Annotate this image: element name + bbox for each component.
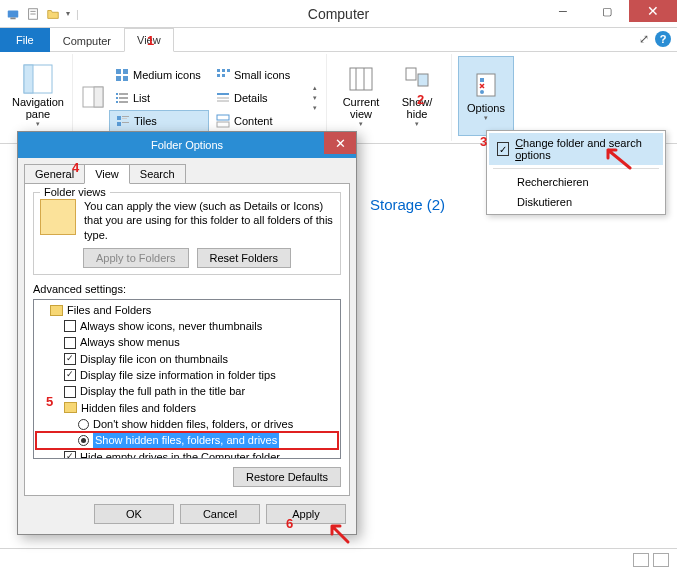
change-folder-options-item[interactable]: ✓ Change folder and search options bbox=[489, 133, 663, 165]
svg-rect-11 bbox=[116, 76, 121, 81]
callout-4: 4 bbox=[72, 160, 79, 175]
tab-search[interactable]: Search bbox=[129, 164, 186, 183]
medium-icons-icon bbox=[115, 68, 129, 82]
callout-1: 1 bbox=[147, 33, 154, 48]
restore-defaults-button[interactable]: Restore Defaults bbox=[233, 467, 341, 487]
layout-medium-icons[interactable]: Medium icons bbox=[109, 64, 209, 86]
tree-full-path[interactable]: Display the full path in the title bar bbox=[36, 383, 338, 399]
tree-always-menus[interactable]: Always show menus bbox=[36, 334, 338, 350]
apply-button[interactable]: Apply bbox=[266, 504, 346, 524]
layout-details[interactable]: Details bbox=[210, 87, 310, 109]
svg-rect-17 bbox=[222, 74, 225, 77]
radio[interactable] bbox=[78, 435, 89, 446]
arrow-icon bbox=[328, 522, 352, 546]
reset-folders-button[interactable]: Reset Folders bbox=[197, 248, 291, 268]
checkbox[interactable] bbox=[64, 337, 76, 349]
dialog-title: Folder Options bbox=[151, 139, 223, 151]
folder-views-text: You can apply the view (such as Details … bbox=[84, 199, 334, 242]
tree-display-icon-thumb[interactable]: ✓Display file icon on thumbnails bbox=[36, 351, 338, 367]
tree-dont-show-hidden[interactable]: Don't show hidden files, folders, or dri… bbox=[36, 416, 338, 432]
svg-rect-33 bbox=[217, 122, 229, 127]
tree-show-hidden[interactable]: Show hidden files, folders, and drives bbox=[36, 432, 338, 448]
minimize-ribbon-icon[interactable]: ⤢ bbox=[639, 32, 649, 46]
folder-icon[interactable] bbox=[46, 7, 60, 21]
change-folder-options-label: Change folder and search options bbox=[515, 137, 655, 161]
help-icon[interactable]: ? bbox=[655, 31, 671, 47]
tree-display-size[interactable]: ✓Display file size information in folder… bbox=[36, 367, 338, 383]
folder-views-icon bbox=[40, 199, 76, 235]
menu-separator bbox=[493, 168, 659, 169]
layout-scroll-down[interactable]: ▾ bbox=[310, 94, 320, 102]
svg-rect-10 bbox=[123, 69, 128, 74]
svg-rect-19 bbox=[119, 93, 128, 95]
details-view-icon[interactable] bbox=[633, 553, 649, 567]
layout-scroll-up[interactable]: ▴ bbox=[310, 84, 320, 92]
current-view-label: Current view bbox=[335, 96, 387, 120]
radio[interactable] bbox=[78, 419, 89, 430]
window-title: Computer bbox=[308, 6, 369, 22]
options-button[interactable]: Options ▾ bbox=[458, 56, 514, 136]
layout-expand[interactable]: ▾ bbox=[310, 104, 320, 112]
cancel-button[interactable]: Cancel bbox=[180, 504, 260, 524]
svg-rect-28 bbox=[122, 116, 129, 117]
advanced-settings-tree[interactable]: Files and Folders Always show icons, nev… bbox=[33, 299, 341, 459]
checkbox-icon: ✓ bbox=[497, 142, 509, 156]
recherchieren-item[interactable]: Recherchieren bbox=[489, 172, 663, 192]
svg-rect-16 bbox=[217, 74, 220, 77]
navigation-pane-label: Navigation pane bbox=[12, 96, 64, 120]
svg-rect-13 bbox=[217, 69, 220, 72]
callout-2: 2 bbox=[417, 92, 424, 107]
svg-rect-12 bbox=[123, 76, 128, 81]
preview-pane-button[interactable] bbox=[79, 63, 107, 133]
svg-rect-29 bbox=[122, 118, 127, 119]
tree-always-icons[interactable]: Always show icons, never thumbnails bbox=[36, 318, 338, 334]
checkbox[interactable]: ✓ bbox=[64, 369, 76, 381]
current-view-button[interactable]: Current view▾ bbox=[333, 56, 389, 136]
layout-tiles[interactable]: Tiles bbox=[109, 110, 209, 132]
show-hide-icon bbox=[402, 64, 432, 94]
minimize-button[interactable]: ─ bbox=[541, 0, 585, 22]
layout-list[interactable]: List bbox=[109, 87, 209, 109]
checkbox[interactable] bbox=[64, 386, 76, 398]
svg-rect-40 bbox=[480, 78, 484, 82]
svg-rect-18 bbox=[116, 93, 118, 95]
layout-content[interactable]: Content bbox=[210, 110, 310, 132]
tree-hide-empty[interactable]: ✓Hide empty drives in the Computer folde… bbox=[36, 449, 338, 459]
content-icon bbox=[216, 114, 230, 128]
properties-icon[interactable] bbox=[26, 7, 40, 21]
statusbar bbox=[0, 548, 677, 570]
checkbox[interactable]: ✓ bbox=[64, 353, 76, 365]
folder-icon bbox=[50, 305, 63, 316]
svg-rect-30 bbox=[117, 122, 121, 126]
folder-views-fieldset: Folder views You can apply the view (suc… bbox=[33, 192, 341, 275]
options-dropdown-menu: ✓ Change folder and search options Reche… bbox=[486, 130, 666, 215]
file-tab[interactable]: File bbox=[0, 28, 50, 52]
svg-rect-38 bbox=[418, 74, 428, 86]
folder-views-legend: Folder views bbox=[40, 186, 110, 198]
callout-5: 5 bbox=[46, 394, 53, 409]
navigation-pane-icon bbox=[23, 64, 53, 94]
checkbox[interactable]: ✓ bbox=[64, 451, 76, 459]
large-icons-view-icon[interactable] bbox=[653, 553, 669, 567]
layout-small-icons[interactable]: Small icons bbox=[210, 64, 310, 86]
dialog-titlebar[interactable]: Folder Options ✕ bbox=[18, 132, 356, 158]
storage-heading[interactable]: Storage (2) bbox=[370, 196, 445, 213]
tab-view[interactable]: View bbox=[84, 164, 130, 184]
maximize-button[interactable]: ▢ bbox=[585, 0, 629, 22]
svg-rect-9 bbox=[116, 69, 121, 74]
dialog-close-button[interactable]: ✕ bbox=[324, 132, 356, 154]
computer-tab[interactable]: Computer bbox=[50, 28, 124, 52]
details-icon bbox=[216, 91, 230, 105]
checkbox[interactable] bbox=[64, 320, 76, 332]
navigation-pane-button[interactable]: Navigation pane ▾ bbox=[10, 56, 66, 136]
apply-to-folders-button[interactable]: Apply to Folders bbox=[83, 248, 188, 268]
options-icon bbox=[471, 70, 501, 100]
ok-button[interactable]: OK bbox=[94, 504, 174, 524]
small-icons-icon bbox=[216, 68, 230, 82]
qat-dropdown-icon[interactable]: ▾ bbox=[66, 9, 70, 18]
close-button[interactable]: ✕ bbox=[629, 0, 677, 22]
svg-rect-8 bbox=[94, 87, 103, 107]
svg-rect-21 bbox=[119, 97, 128, 99]
diskutieren-item[interactable]: Diskutieren bbox=[489, 192, 663, 212]
svg-rect-23 bbox=[119, 101, 128, 103]
